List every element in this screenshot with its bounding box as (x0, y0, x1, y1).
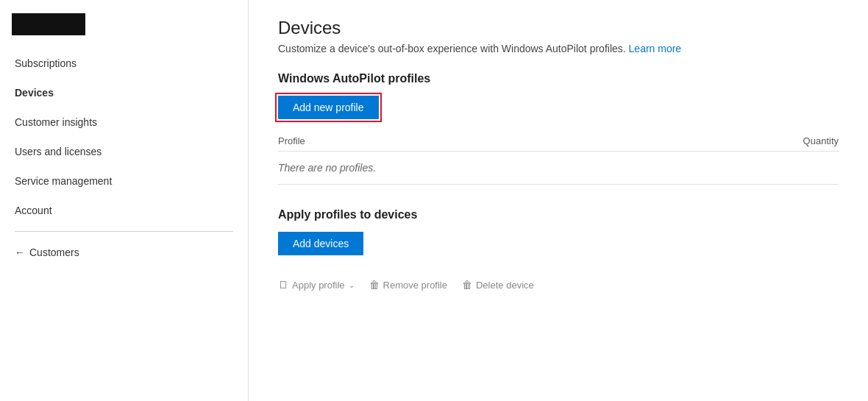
remove-profile-icon: 🗑 (369, 279, 380, 291)
action-bar: 🗌 Apply profile ⌄ 🗑 Remove profile 🗑 Del… (278, 279, 839, 291)
delete-device-button: 🗑 Delete device (462, 279, 534, 291)
col-quantity-header: Quantity (520, 131, 839, 152)
back-customers-label: Customers (29, 246, 79, 258)
page-subtitle-text: Customize a device's out-of-box experien… (278, 43, 626, 54)
sidebar-divider (15, 231, 233, 232)
autopilot-section-title: Windows AutoPilot profiles (278, 72, 839, 85)
learn-more-link[interactable]: Learn more (629, 43, 682, 54)
apply-profile-label: Apply profile (292, 280, 345, 291)
remove-profile-label: Remove profile (383, 280, 447, 291)
apply-profiles-section: Apply profiles to devices Add devices 🗌 … (278, 208, 839, 291)
apply-profile-icon: 🗌 (278, 279, 288, 291)
apply-profile-button: 🗌 Apply profile ⌄ (278, 279, 355, 291)
remove-profile-button: 🗑 Remove profile (369, 279, 447, 291)
page-title: Devices (278, 18, 839, 38)
page-subtitle: Customize a device's out-of-box experien… (278, 43, 839, 54)
logo (12, 13, 85, 35)
chevron-down-icon: ⌄ (349, 281, 355, 289)
table-empty-message: There are no profiles. (278, 152, 839, 185)
table-empty-row: There are no profiles. (278, 152, 839, 185)
sidebar-back-customers[interactable]: ← Customers (0, 238, 248, 267)
sidebar-item-subscriptions[interactable]: Subscriptions (0, 49, 248, 78)
back-arrow-icon: ← (15, 246, 25, 258)
delete-device-label: Delete device (476, 280, 534, 291)
sidebar-nav: Subscriptions Devices Customer insights … (0, 49, 248, 401)
apply-section-title: Apply profiles to devices (278, 208, 839, 221)
sidebar-item-account[interactable]: Account (0, 196, 248, 225)
sidebar-item-customer-insights[interactable]: Customer insights (0, 107, 248, 137)
delete-device-icon: 🗑 (462, 279, 472, 291)
sidebar: Subscriptions Devices Customer insights … (0, 0, 249, 401)
add-new-profile-button[interactable]: Add new profile (278, 96, 379, 119)
profile-table: Profile Quantity There are no profiles. (278, 131, 839, 185)
sidebar-item-devices[interactable]: Devices (0, 78, 248, 107)
col-profile-header: Profile (278, 131, 520, 152)
add-devices-button[interactable]: Add devices (278, 232, 363, 255)
table-header-row: Profile Quantity (278, 131, 839, 152)
sidebar-item-service-management[interactable]: Service management (0, 166, 248, 196)
sidebar-item-users-licenses[interactable]: Users and licenses (0, 137, 248, 166)
main-content: Devices Customize a device's out-of-box … (249, 0, 868, 401)
